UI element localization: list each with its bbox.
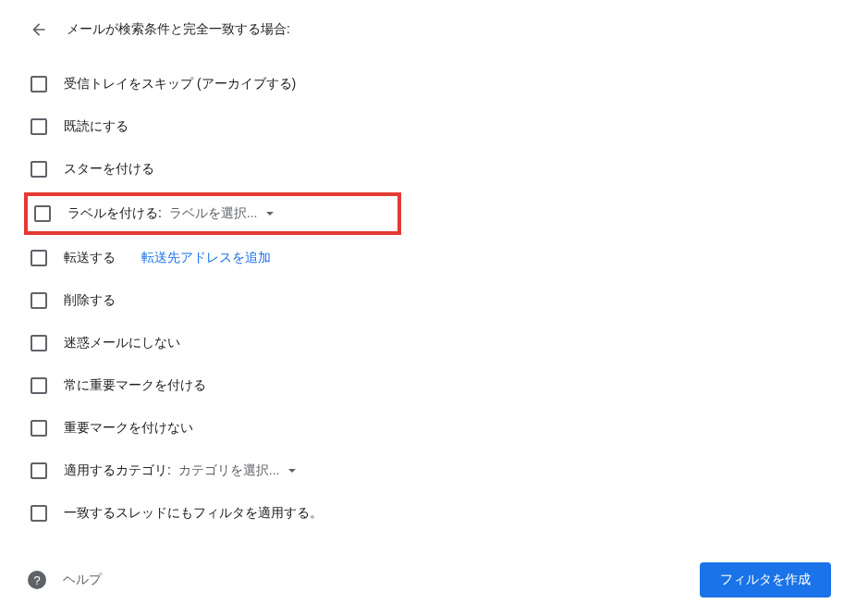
help-icon[interactable]: ?	[28, 571, 46, 589]
checkbox-apply-to-matching[interactable]	[31, 505, 47, 522]
category-dropdown-text: カテゴリを選択...	[178, 462, 280, 479]
option-mark-read: 既読にする	[28, 105, 840, 148]
apply-label-dropdown[interactable]: ラベルを選択...	[169, 205, 275, 222]
create-filter-button[interactable]: フィルタを作成	[700, 562, 831, 598]
label-delete: 削除する	[64, 292, 116, 309]
checkbox-star[interactable]	[31, 161, 47, 178]
option-apply-label: ラベルを付ける: ラベルを選択...	[24, 192, 401, 235]
option-forward: 転送する 転送先アドレスを追加	[28, 237, 840, 279]
apply-label-dropdown-text: ラベルを選択...	[169, 205, 258, 222]
label-skip-inbox: 受信トレイをスキップ (アーカイブする)	[64, 76, 296, 92]
forward-address-link[interactable]: 転送先アドレスを追加	[141, 250, 271, 266]
chevron-down-icon	[266, 212, 274, 216]
label-forward: 転送する	[64, 250, 116, 266]
apply-label-prefix: ラベルを付ける:	[67, 205, 162, 220]
checkbox-never-important[interactable]	[31, 420, 47, 437]
category-dropdown[interactable]: カテゴリを選択...	[178, 462, 297, 479]
checkbox-category[interactable]	[31, 462, 47, 479]
checkbox-always-important[interactable]	[31, 377, 47, 394]
label-apply-label: ラベルを付ける: ラベルを選択...	[67, 205, 274, 222]
filter-header: メールが検索条件と完全一致する場合:	[28, 18, 840, 41]
option-delete: 削除する	[28, 279, 840, 322]
category-prefix: 適用するカテゴリ:	[64, 462, 171, 477]
option-never-spam: 迷惑メールにしない	[28, 322, 840, 364]
label-apply-to-matching: 一致するスレッドにもフィルタを適用する。	[64, 505, 323, 522]
footer: ? ヘルプ フィルタを作成	[28, 562, 840, 598]
option-category: 適用するカテゴリ: カテゴリを選択...	[28, 450, 840, 492]
filter-options-list: 受信トレイをスキップ (アーカイブする) 既読にする スターを付ける ラベルを付…	[28, 63, 840, 535]
checkbox-forward[interactable]	[31, 250, 47, 266]
option-apply-to-matching: 一致するスレッドにもフィルタを適用する。	[28, 492, 840, 535]
label-mark-read: 既読にする	[64, 118, 128, 135]
option-always-important: 常に重要マークを付ける	[28, 364, 840, 407]
label-never-important: 重要マークを付けない	[64, 420, 193, 437]
back-arrow-icon[interactable]	[28, 18, 50, 41]
checkbox-apply-label[interactable]	[34, 205, 51, 222]
checkbox-mark-read[interactable]	[31, 118, 47, 135]
option-star: スターを付ける	[28, 148, 840, 191]
label-always-important: 常に重要マークを付ける	[64, 377, 206, 394]
checkbox-never-spam[interactable]	[31, 335, 47, 351]
label-star: スターを付ける	[64, 161, 154, 178]
checkbox-skip-inbox[interactable]	[31, 76, 47, 92]
help-label[interactable]: ヘルプ	[63, 572, 102, 588]
label-never-spam: 迷惑メールにしない	[64, 335, 180, 351]
chevron-down-icon	[288, 469, 296, 473]
checkbox-delete[interactable]	[31, 292, 47, 309]
help-section: ? ヘルプ	[28, 571, 102, 589]
header-title: メールが検索条件と完全一致する場合:	[67, 21, 290, 38]
option-never-important: 重要マークを付けない	[28, 407, 840, 450]
label-category: 適用するカテゴリ: カテゴリを選択...	[64, 462, 296, 479]
option-skip-inbox: 受信トレイをスキップ (アーカイブする)	[28, 63, 840, 105]
